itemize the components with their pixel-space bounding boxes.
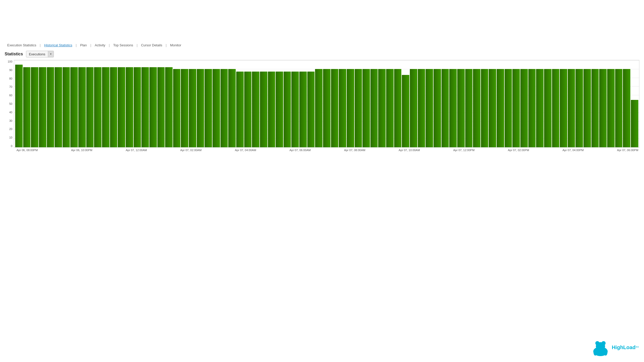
bar bbox=[252, 72, 259, 147]
nav-item-execution-statistics[interactable]: Execution Statistics bbox=[5, 43, 39, 47]
bar bbox=[607, 69, 615, 147]
bar bbox=[560, 69, 567, 147]
bar bbox=[457, 69, 465, 147]
bar bbox=[118, 67, 125, 147]
bar bbox=[236, 72, 244, 147]
bar bbox=[544, 69, 552, 147]
bar bbox=[55, 67, 62, 147]
bar bbox=[323, 69, 331, 147]
executions-dropdown[interactable]: Executions bbox=[26, 51, 54, 57]
bar bbox=[63, 67, 70, 147]
x-axis-label: Apr 06, 10:00PM bbox=[71, 149, 92, 152]
y-axis-label: 30 bbox=[9, 119, 12, 122]
dropdown-arrow-button[interactable] bbox=[48, 51, 54, 57]
nav-item-top-sessions[interactable]: Top Sessions bbox=[111, 43, 135, 47]
y-axis-label: 40 bbox=[9, 111, 12, 114]
bar bbox=[442, 69, 449, 147]
bar bbox=[205, 69, 212, 147]
nav-separator: | bbox=[89, 43, 92, 47]
bar bbox=[141, 67, 149, 147]
x-axis-label: Apr 06, 08:00PM bbox=[16, 149, 38, 152]
bar bbox=[434, 69, 441, 147]
bar bbox=[189, 69, 196, 147]
bar bbox=[268, 72, 275, 147]
bar bbox=[213, 69, 220, 147]
bar bbox=[149, 67, 157, 147]
bar bbox=[536, 69, 544, 147]
bar bbox=[512, 69, 520, 147]
bar bbox=[481, 69, 488, 147]
y-axis-label: 10 bbox=[9, 136, 12, 139]
nav-item-activity[interactable]: Activity bbox=[92, 43, 108, 47]
bar bbox=[528, 69, 536, 147]
chart-area: 1009080706050403020100 bbox=[5, 60, 639, 148]
nav-separator: | bbox=[165, 43, 168, 47]
y-axis-label: 20 bbox=[9, 127, 12, 131]
bar bbox=[23, 67, 31, 147]
x-axis-label: Apr 07, 12:00PM bbox=[453, 149, 475, 152]
y-axis-label: 50 bbox=[9, 102, 12, 105]
bar bbox=[497, 69, 504, 147]
bar bbox=[410, 69, 417, 147]
x-axis-label: Apr 07, 04:00AM bbox=[235, 149, 256, 152]
bar bbox=[402, 75, 409, 147]
nav-item-monitor[interactable]: Monitor bbox=[167, 43, 184, 47]
bar bbox=[39, 67, 46, 147]
bar bbox=[615, 69, 623, 147]
bar bbox=[575, 69, 583, 147]
bar bbox=[426, 69, 433, 147]
nav-item-cursor-details[interactable]: Cursor Details bbox=[138, 43, 165, 47]
bar bbox=[505, 69, 512, 147]
bar bbox=[623, 69, 630, 147]
bar bbox=[489, 69, 496, 147]
y-axis-label: 0 bbox=[11, 144, 12, 148]
bar bbox=[102, 67, 109, 147]
bar bbox=[631, 100, 638, 147]
x-axis-label: Apr 07, 12:00AM bbox=[126, 149, 147, 152]
bar bbox=[94, 67, 101, 147]
bar bbox=[378, 69, 386, 147]
bar bbox=[473, 69, 480, 147]
bar bbox=[260, 72, 267, 147]
bar bbox=[331, 69, 338, 147]
nav-item-plan[interactable]: Plan bbox=[78, 43, 89, 47]
y-axis-label: 90 bbox=[9, 68, 12, 72]
bar bbox=[244, 72, 252, 147]
bar bbox=[228, 69, 236, 147]
y-axis: 1009080706050403020100 bbox=[5, 60, 14, 148]
bar bbox=[221, 69, 228, 147]
statistics-title: Statistics bbox=[5, 52, 23, 56]
bar bbox=[599, 69, 607, 147]
bar bbox=[134, 67, 141, 147]
nav-bar: Execution Statistics | Historical Statis… bbox=[0, 41, 644, 49]
y-axis-label: 100 bbox=[8, 60, 12, 63]
x-axis: Apr 06, 08:00PMApr 06, 10:00PMApr 07, 12… bbox=[15, 149, 639, 152]
x-axis-label: Apr 07, 08:00AM bbox=[344, 149, 366, 152]
bar bbox=[284, 72, 291, 147]
bar bbox=[299, 72, 307, 147]
bar bbox=[520, 69, 528, 147]
x-axis-label: Apr 07, 02:00PM bbox=[508, 149, 529, 152]
nav-separator: | bbox=[39, 43, 42, 47]
y-axis-label: 70 bbox=[9, 85, 12, 88]
nav-separator: | bbox=[136, 43, 139, 47]
dropdown-value: Executions bbox=[26, 52, 48, 57]
bar bbox=[173, 69, 181, 147]
nav-separator: | bbox=[75, 43, 78, 47]
bars-container bbox=[14, 60, 639, 147]
bar bbox=[355, 69, 362, 147]
bar bbox=[276, 72, 283, 147]
bar bbox=[347, 69, 354, 147]
x-axis-label: Apr 07, 06:00PM bbox=[617, 149, 638, 152]
x-axis-label: Apr 07, 06:00AM bbox=[290, 149, 311, 152]
nav-item-historical-statistics[interactable]: Historical Statistics bbox=[41, 43, 75, 47]
bar bbox=[31, 67, 38, 147]
bar bbox=[370, 69, 378, 147]
bar bbox=[307, 72, 315, 147]
bar bbox=[394, 69, 402, 147]
bar bbox=[157, 67, 165, 147]
bar bbox=[70, 67, 78, 147]
bar bbox=[552, 69, 560, 147]
bar bbox=[386, 69, 394, 147]
bar bbox=[181, 69, 188, 147]
